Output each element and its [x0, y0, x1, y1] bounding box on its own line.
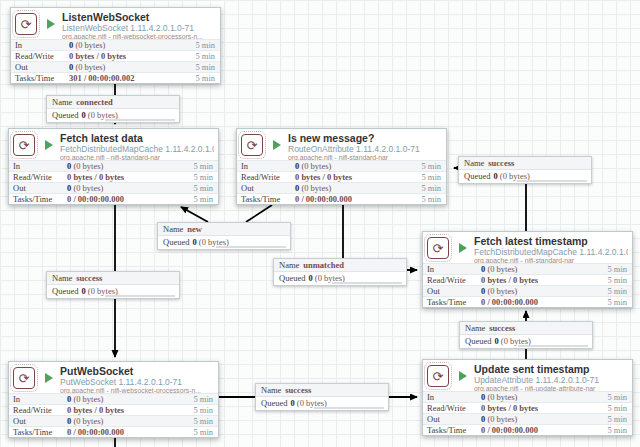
processor-stamp-icon: ⟳: [427, 365, 449, 387]
stat-window: 5 min: [421, 161, 446, 171]
stat-window: 5 min: [195, 40, 220, 50]
relationship-name: unmatched: [303, 260, 344, 270]
stat-bytes: (0 bytes): [71, 183, 103, 193]
stat-row-in: In 0 (0 bytes) 5 min: [11, 39, 220, 50]
stat-bytes: (0 bytes): [485, 414, 517, 424]
backpressure-object-bar: [105, 119, 139, 121]
stat-label: Read/Write: [423, 275, 481, 285]
processor-is-new-message[interactable]: ⟳ Is new message? RouteOnAttribute 1.11.…: [236, 128, 447, 205]
processor-name: ListenWebSocket: [62, 12, 203, 23]
processor-type: ListenWebSocket 1.11.4.2.0.1.0-71: [62, 23, 203, 33]
stat-label: In: [423, 392, 481, 402]
stat-count: 0 / 00:00:00.000: [481, 297, 538, 307]
processor-type: PutWebSocket 1.11.4.2.0.1.0-71: [60, 377, 201, 387]
connection-label-success-right[interactable]: Namesuccess Queued0 (0 bytes): [459, 321, 593, 349]
stat-label: Read/Write: [9, 405, 67, 415]
backpressure-object-bar: [332, 282, 366, 284]
run-status-play-icon: [459, 371, 467, 381]
connection-label-success-bottom[interactable]: Namesuccess Queued0 (0 bytes): [255, 383, 389, 411]
relationship-name: success: [489, 323, 515, 333]
connection-name-row: Namesuccess: [256, 384, 388, 397]
relationship-name: success: [285, 385, 311, 395]
queued-label: Queued: [52, 110, 78, 120]
queued-label: Queued: [52, 286, 78, 296]
connection-label-new[interactable]: Namenew Queued0 (0 bytes): [157, 222, 291, 250]
stat-row-tasks-time: Tasks/Time 301 / 00:00:00.002 5 min: [11, 72, 220, 83]
stat-row-in: In 0 (0 bytes) 5 min: [237, 160, 446, 171]
stat-row-out: Out 0 (0 bytes) 5 min: [9, 415, 218, 426]
stat-window: 5 min: [607, 297, 632, 307]
backpressure-object-bar: [314, 407, 348, 409]
processor-fetch-latest-timestamp[interactable]: ⟳ Fetch latest timestamp FetchDistribute…: [422, 231, 633, 308]
stat-bytes: (0 bytes): [299, 183, 331, 193]
stat-window: 5 min: [607, 414, 632, 424]
processor-putwebsocket[interactable]: ⟳ PutWebSocket PutWebSocket 1.11.4.2.0.1…: [8, 361, 219, 438]
connection-queued-row: Queued0 (0 bytes): [460, 335, 592, 348]
queued-label: Queued: [464, 171, 490, 181]
connection-name-row: Namenew: [158, 223, 290, 236]
connection-line-new-b[interactable]: [181, 207, 208, 222]
stat-row-out: Out 0 (0 bytes) 5 min: [11, 61, 220, 72]
stat-bytes: (0 bytes): [73, 62, 105, 72]
stat-window: 5 min: [607, 286, 632, 296]
stat-row-tasks-time: Tasks/Time 0 / 00:00:00.000 5 min: [423, 296, 632, 307]
backpressure-size-bar: [135, 295, 175, 297]
stat-count: 0 / 00:00:00.000: [67, 194, 124, 204]
stat-label: Tasks/Time: [9, 427, 67, 437]
stat-window: 5 min: [193, 427, 218, 437]
processor-header: ⟳ Is new message? RouteOnAttribute 1.11.…: [237, 129, 446, 160]
connection-queued-row: Queued0 (0 bytes): [47, 109, 179, 122]
processor-type: FetchDistributedMapCache 1.11.4.2.0.1.0-…: [60, 144, 214, 154]
connection-line-new-a[interactable]: [246, 205, 272, 222]
name-label: Name: [52, 97, 72, 107]
connection-queued-row: Queued0 (0 bytes): [256, 397, 388, 410]
run-status-play-icon: [273, 140, 281, 150]
connection-label-connected[interactable]: Nameconnected Queued0 (0 bytes): [46, 95, 180, 123]
stat-row-read-write: Read/Write 0 bytes / 0 bytes 5 min: [11, 50, 220, 61]
stat-window: 5 min: [195, 51, 220, 61]
stat-window: 5 min: [193, 161, 218, 171]
stat-row-read-write: Read/Write 0 bytes / 0 bytes 5 min: [9, 404, 218, 415]
processor-listenwebsocket[interactable]: ⟳ ListenWebSocket ListenWebSocket 1.11.4…: [10, 7, 221, 84]
stat-label: Out: [423, 414, 481, 424]
stat-row-tasks-time: Tasks/Time 0 / 00:00:00.000 5 min: [237, 193, 446, 204]
processor-header: ⟳ Fetch latest data FetchDistributedMapC…: [9, 129, 218, 160]
connection-name-row: Nameconnected: [47, 96, 179, 109]
stat-count: 0 / 00:00:00.000: [67, 427, 124, 437]
connection-label-success-top[interactable]: Namesuccess Queued0 (0 bytes): [458, 156, 592, 184]
stat-label: In: [9, 394, 67, 404]
backpressure-size-bar: [548, 345, 588, 347]
processor-name: PutWebSocket: [60, 366, 201, 377]
relationship-name: new: [187, 224, 202, 234]
stat-row-in: In 0 (0 bytes) 5 min: [423, 391, 632, 402]
stat-label: Read/Write: [11, 51, 69, 61]
processor-update-sent-timestamp[interactable]: ⟳ Update sent timestamp UpdateAttribute …: [422, 359, 633, 436]
stat-window: 5 min: [607, 425, 632, 435]
connection-label-unmatched[interactable]: Nameunmatched Queued0 (0 bytes): [273, 258, 407, 286]
backpressure-size-bar: [547, 180, 587, 182]
stat-count: 0 / 00:00:00.000: [295, 194, 352, 204]
relationship-name: success: [76, 273, 102, 283]
stat-count: 0 / 00:00:00.000: [481, 425, 538, 435]
backpressure-object-bar: [517, 180, 551, 182]
nifi-flow-canvas[interactable]: ⟳ ListenWebSocket ListenWebSocket 1.11.4…: [0, 0, 640, 447]
stat-count: 0 bytes / 0 bytes: [481, 403, 538, 413]
connection-name-row: Nameunmatched: [274, 259, 406, 272]
run-status-play-icon: [459, 243, 467, 253]
relationship-name: success: [488, 158, 514, 168]
stat-window: 5 min: [421, 183, 446, 193]
name-label: Name: [279, 260, 299, 270]
stat-count: 301 / 00:00:00.002: [69, 73, 134, 83]
connection-label-success-left[interactable]: Namesuccess Queued0 (0 bytes): [46, 271, 180, 299]
stat-label: Read/Write: [9, 172, 67, 182]
connection-name-row: Namesuccess: [459, 157, 591, 170]
processor-header: ⟳ Update sent timestamp UpdateAttribute …: [423, 360, 632, 391]
stat-bytes: (0 bytes): [299, 161, 331, 171]
run-status-play-icon: [45, 373, 53, 383]
stat-label: In: [11, 40, 69, 50]
processor-stamp-icon: ⟳: [241, 134, 263, 156]
name-label: Name: [163, 224, 183, 234]
processor-header: ⟳ Fetch latest timestamp FetchDistribute…: [423, 232, 632, 263]
processor-fetch-latest-data[interactable]: ⟳ Fetch latest data FetchDistributedMapC…: [8, 128, 219, 205]
stat-label: Read/Write: [237, 172, 295, 182]
